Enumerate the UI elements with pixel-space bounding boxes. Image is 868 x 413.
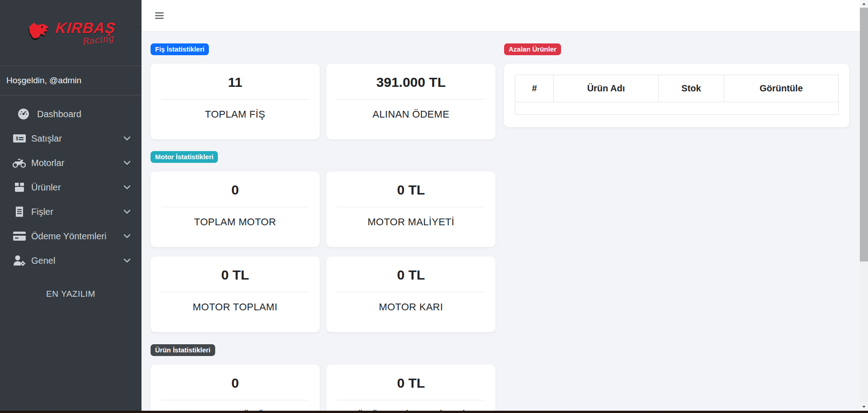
stat-card-urunlerin-maliyeti: 0 TL ÜRÜNLERİN MALİYETİ [326, 365, 495, 413]
stat-label: MOTOR KARI [326, 301, 495, 313]
stat-card-toplam-fis: 11 TOPLAM FİŞ [151, 64, 320, 139]
divider [161, 292, 309, 292]
stat-card-motor-kari: 0 TL MOTOR KARI [326, 256, 495, 332]
main-area: Fiş İstatistikleri 11 TOPLAM FİŞ 391.000… [142, 0, 860, 413]
low-stock-table: # Ürün Adı Stok Görüntüle [515, 75, 839, 115]
stat-value: 11 [151, 75, 320, 90]
sidebar-item-label: Motorlar [31, 158, 123, 168]
sidebar-item-satislar[interactable]: $ Satışlar [0, 126, 142, 151]
stat-label: TOPLAM MOTOR [151, 216, 320, 228]
chevron-down-icon [123, 209, 131, 214]
col-header-stok: Stok [659, 75, 724, 102]
receipt-icon [13, 206, 26, 218]
stat-value: 0 TL [326, 267, 495, 283]
brand-logo[interactable]: KIRBAŞ Racing [0, 0, 142, 66]
badge-azalan-urunler: Azalan Ürünler [504, 43, 561, 55]
vertical-scrollbar[interactable] [860, 0, 868, 413]
divider [337, 292, 485, 292]
stat-label: ALINAN ÖDEME [326, 109, 495, 120]
stat-value: 0 [151, 182, 320, 198]
stat-label: MOTOR MALİYETİ [326, 216, 495, 228]
arrow-up-icon [862, 3, 866, 5]
divider [161, 207, 309, 207]
stat-value: 0 [151, 375, 320, 391]
chevron-down-icon [123, 258, 131, 263]
app-window: KIRBAŞ Racing Hoşgeldin, @admin Dashboar… [0, 0, 868, 413]
taskbar-edge [0, 411, 868, 413]
sidebar-item-odeme-yontemleri[interactable]: Ödeme Yöntemleri [0, 224, 142, 248]
stats-column: Fiş İstatistikleri 11 TOPLAM FİŞ 391.000… [151, 43, 496, 413]
stat-label: TOPLAM FİŞ [151, 109, 320, 120]
sidebar-item-label: Dashboard [37, 109, 131, 119]
divider [337, 99, 485, 100]
sidebar-nav: Dashboard $ Satışlar Motorlar [0, 95, 142, 273]
sidebar: KIRBAŞ Racing Hoşgeldin, @admin Dashboar… [0, 0, 142, 413]
badge-urun-istatistikleri: Ürün İstatistikleri [151, 344, 215, 356]
gauge-icon [17, 108, 30, 120]
panther-icon [26, 21, 51, 45]
motorcycle-icon [13, 157, 26, 169]
scroll-down-button[interactable] [860, 403, 868, 411]
stat-value: 0 TL [326, 375, 495, 391]
stat-value: 391.000 TL [326, 75, 495, 90]
col-header-index: # [515, 75, 554, 102]
divider [337, 400, 485, 400]
stat-card-motor-toplami: 0 TL MOTOR TOPLAMI [151, 256, 320, 332]
user-greeting: Hoşgeldin, @admin [0, 66, 142, 95]
chevron-down-icon [123, 136, 131, 141]
sidebar-footer-text: EN YAZILIM [0, 289, 142, 299]
chevron-down-icon [123, 185, 131, 190]
col-header-urun-adi: Ürün Adı [554, 75, 659, 102]
col-header-goruntule: Görüntüle [724, 75, 839, 102]
user-gear-icon [13, 255, 26, 266]
chevron-down-icon [123, 234, 131, 238]
topbar [142, 0, 860, 32]
sidebar-item-label: Fişler [31, 207, 123, 217]
sidebar-item-label: Ürünler [31, 182, 123, 193]
svg-text:$: $ [16, 136, 19, 141]
sidebar-item-label: Satışlar [31, 133, 123, 144]
chevron-down-icon [123, 161, 131, 165]
arrow-down-icon [862, 406, 866, 408]
low-stock-column: Azalan Ürünler # Ürün Adı Stok Görüntüle [504, 43, 849, 127]
scrollbar-thumb[interactable] [860, 8, 868, 261]
stat-card-alinan-odeme: 391.000 TL ALINAN ÖDEME [326, 64, 495, 139]
box-icon [13, 181, 26, 193]
money-check-icon: $ [13, 133, 26, 144]
stat-value: 0 TL [151, 267, 320, 283]
sidebar-item-urunler[interactable]: Ürünler [0, 175, 142, 199]
content: Fiş İstatistikleri 11 TOPLAM FİŞ 391.000… [142, 32, 860, 413]
stat-card-motor-maliyeti: 0 TL MOTOR MALİYETİ [326, 171, 495, 247]
sidebar-item-label: Genel [31, 256, 123, 266]
hamburger-icon[interactable] [155, 11, 164, 20]
scroll-up-button[interactable] [860, 0, 868, 8]
table-row-empty [515, 102, 839, 115]
stat-label: MOTOR TOPLAMI [151, 301, 320, 313]
stat-value: 0 TL [326, 182, 495, 198]
badge-fis-istatistikleri: Fiş İstatistikleri [151, 43, 209, 55]
sidebar-item-fisler[interactable]: Fişler [0, 199, 142, 224]
low-stock-card: # Ürün Adı Stok Görüntüle [504, 64, 849, 127]
credit-card-icon [13, 230, 26, 242]
divider [161, 400, 309, 400]
divider [161, 99, 309, 100]
stat-card-toplam-motor: 0 TOPLAM MOTOR [151, 171, 320, 247]
sidebar-item-label: Ödeme Yöntemleri [31, 231, 123, 242]
badge-motor-istatistikleri: Motor İstatistikleri [151, 151, 218, 163]
divider [337, 207, 485, 207]
sidebar-item-dashboard[interactable]: Dashboard [0, 102, 142, 126]
stat-card-toplam-urun: 0 TOPLAM ÜRÜN [151, 365, 320, 413]
sidebar-item-motorlar[interactable]: Motorlar [0, 151, 142, 175]
sidebar-item-genel[interactable]: Genel [0, 248, 142, 273]
